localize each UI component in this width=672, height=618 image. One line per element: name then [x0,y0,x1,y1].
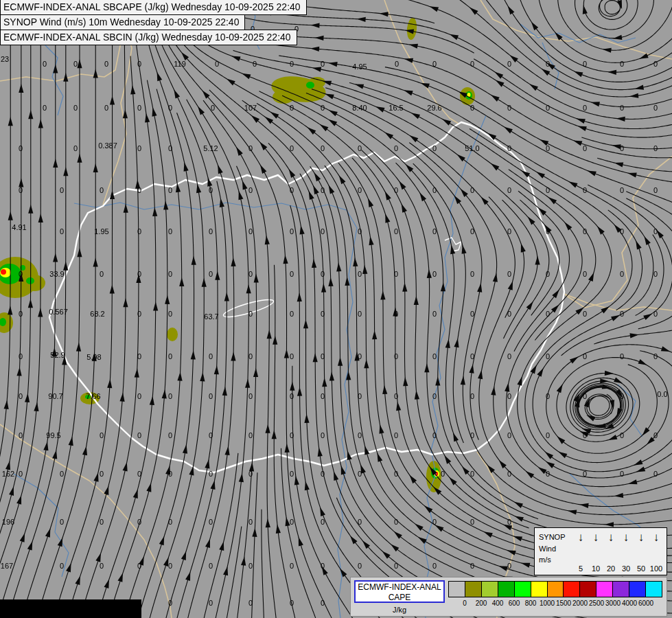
down-arrow-icon: ↓ [634,531,649,543]
wind-legend-units: m/s [539,554,573,566]
wind-speed-column: ↓20 [603,531,618,573]
cape-tick-label: 200 [476,599,487,607]
down-arrow-icon: ↓ [603,531,618,543]
cape-tick-label: 6000 [638,599,653,607]
cape-legend: ECMWF-INDEX-ANAL CAPE J/kg 0200400600800… [350,577,667,617]
wind-speed-column: ↓100 [649,531,664,573]
cape-color-cell [580,582,596,597]
title-sbcape: ECMWF-INDEX-ANAL SBCAPE (J/kg) Wednesday… [0,0,307,15]
wind-legend-arrows: ↓5↓10↓20↓30↓50↓100 [573,531,664,573]
down-arrow-icon: ↓ [573,531,588,543]
cape-colorbar [448,581,662,597]
wind-speed-label: 30 [618,564,634,573]
down-arrow-icon: ↓ [618,531,634,543]
down-arrow-icon: ↓ [588,531,603,543]
cape-color-cell [564,582,580,597]
cape-color-cell [498,582,515,597]
title-sbcin: ECMWF-INDEX-ANAL SBCIN (J/kg) Wednesday … [0,30,297,45]
wind-speed-column: ↓10 [588,531,603,573]
wind-speed-label: 10 [588,564,603,573]
wind-legend: SYNOP Wind m/s ↓5↓10↓20↓30↓50↓100 [534,527,667,575]
cape-colorbar-ticks: 0200400600800100015002000250030004000600… [448,599,662,610]
cape-color-cell [548,582,564,597]
title-wind: SYNOP Wind (m/s) 10m Wednesday 10-09-202… [0,14,245,30]
cape-tick-label: 2500 [589,599,604,607]
weather-map: 2300000011900004.9500000000000000107008.… [0,0,672,618]
cape-legend-model: ECMWF-INDEX-ANAL [356,582,443,593]
cape-color-cell [482,582,498,597]
cape-tick-label: 1500 [556,599,571,607]
cape-color-cell [515,582,531,597]
cape-legend-title: ECMWF-INDEX-ANAL CAPE [354,580,445,603]
cape-tick-label: 1000 [540,599,555,607]
wind-legend-field: Wind [539,543,573,555]
wind-legend-source: SYNOP [539,531,573,543]
cape-color-cell [646,582,662,597]
cape-color-cell [596,582,613,597]
cape-legend-field: CAPE [356,593,443,603]
cape-color-cell [629,582,646,597]
wind-speed-label: 20 [603,564,618,573]
wind-speed-label: 5 [573,564,588,573]
wind-speed-label: 100 [649,564,664,573]
cape-color-cell [449,582,465,597]
cape-tick-label: 3000 [605,599,621,607]
cape-legend-units: J/kg [354,606,445,614]
wind-speed-column: ↓30 [618,531,634,573]
wind-speed-label: 50 [634,564,649,573]
cape-tick-label: 400 [492,599,504,607]
cape-tick-label: 600 [509,599,520,607]
cape-color-cell [613,582,629,597]
map-canvas [0,0,672,618]
wind-legend-text: SYNOP Wind m/s [539,531,573,573]
cape-color-cell [531,582,548,597]
cape-tick-label: 4000 [622,599,637,607]
down-arrow-icon: ↓ [649,531,664,543]
wind-speed-column: ↓5 [573,531,588,573]
cape-tick-label: 800 [525,599,537,607]
cape-tick-label: 0 [463,599,467,607]
wind-speed-column: ↓50 [634,531,649,573]
cape-tick-label: 2000 [572,599,588,607]
cape-color-cell [465,582,482,597]
title-block: ECMWF-INDEX-ANAL SBCAPE (J/kg) Wednesday… [0,0,307,45]
